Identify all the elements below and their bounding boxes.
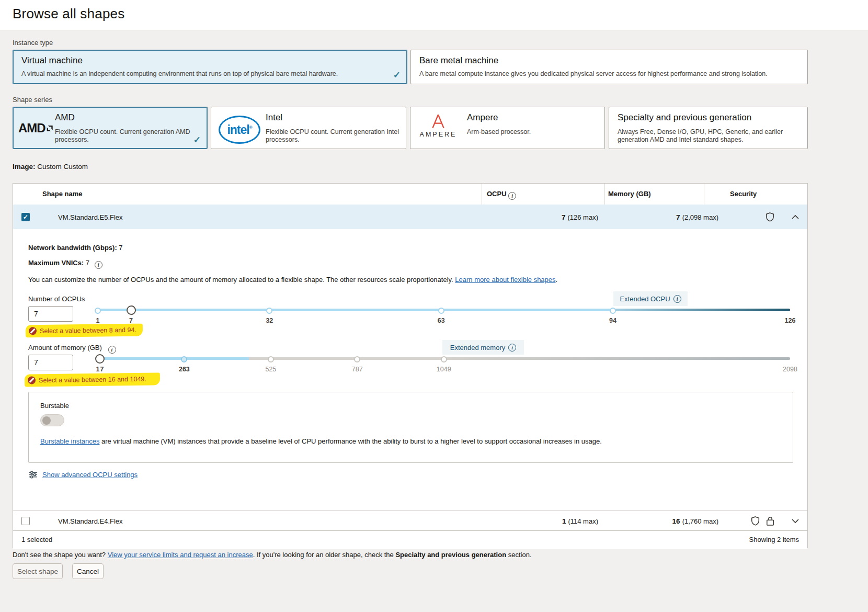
bottom-note: Don't see the shape you want? View your … [13, 551, 532, 559]
image-info: Image: Custom Custom [13, 163, 88, 171]
select-shape-button[interactable]: Select shape [13, 563, 63, 579]
card-description: Flexible OCPU count. Current generation … [266, 128, 401, 144]
memory-slider-handle[interactable] [95, 354, 105, 364]
shield-icon [766, 212, 774, 222]
tick-label: 525 [265, 366, 276, 373]
tick-label: 2098 [783, 366, 797, 373]
advanced-ocpu-settings[interactable]: Show advanced OCPU settings [28, 470, 138, 480]
image-label: Image: [13, 163, 36, 171]
browse-all-shapes-dialog: Browse all shapes Instance type Virtual … [0, 0, 868, 612]
maximum-vnics: Maximum VNICs: 7 i [28, 259, 102, 269]
dialog-header: Browse all shapes [0, 0, 868, 30]
slider-tick [95, 308, 101, 314]
network-bandwidth: Network bandwidth (Gbps): 7 [28, 244, 123, 252]
tick-label: 126 [785, 317, 796, 324]
chevron-up-icon[interactable] [792, 214, 799, 219]
ocpu-input[interactable] [28, 306, 73, 322]
slider-tick [181, 356, 187, 362]
memory-info-icon[interactable]: i [108, 346, 116, 354]
memory-cell: 7(2,098 max) [676, 213, 718, 221]
tick-label: 32 [266, 317, 273, 324]
ocpu-error-message: Select a value between 8 and 94. [26, 324, 143, 338]
shape-series-card-amd[interactable]: AMD AMD Flexible OCPU count. Current gen… [13, 107, 208, 149]
column-shape-name: Shape name [42, 190, 83, 198]
table-footer: 1 selected Showing 2 items [13, 530, 807, 549]
row-checkbox-checked[interactable]: ✓ [21, 213, 30, 221]
memory-input[interactable] [28, 355, 73, 370]
image-value: Custom Custom [37, 163, 88, 171]
shape-series-card-ampere[interactable]: AMPERE Ampere Arm-based processor. [410, 107, 605, 149]
ocpu-cell: 1(114 max) [562, 517, 598, 525]
slider-tick [354, 356, 360, 362]
page-title: Browse all shapes [13, 6, 124, 22]
card-title: Bare metal machine [419, 55, 498, 66]
selected-check-icon: ✓ [193, 134, 201, 145]
row-checkbox-unchecked[interactable] [21, 517, 30, 525]
tick-label: 1 [96, 366, 100, 373]
ocpu-slider[interactable]: 1 7 32 63 94 126 [98, 309, 790, 312]
card-title: Specialty and previous generation [618, 112, 751, 123]
advanced-ocpu-settings-link[interactable]: Show advanced OCPU settings [42, 471, 138, 479]
ocpu-slider-handle[interactable] [127, 305, 136, 315]
memory-slider[interactable]: 1 7 263 525 787 1049 2098 [98, 357, 790, 360]
ocpu-info-icon[interactable]: i [508, 192, 516, 200]
tune-icon [28, 470, 38, 480]
card-title: Virtual machine [21, 55, 83, 66]
column-ocpu: OCPU i [487, 190, 516, 200]
column-security: Security [730, 190, 757, 198]
vnics-info-icon[interactable]: i [95, 261, 102, 269]
tick-label: 263 [179, 366, 190, 373]
intel-logo-icon: intel® [219, 116, 260, 144]
extended-ocpu-info-icon[interactable]: i [673, 295, 681, 303]
burstable-section: Burstable Burstable instances are virtua… [28, 392, 793, 463]
flexible-shapes-link[interactable]: Learn more about flexible shapes [455, 276, 555, 284]
shape-series-card-intel[interactable]: intel® Intel Flexible OCPU count. Curren… [211, 107, 406, 149]
table-row-e5-flex[interactable]: ✓ VM.Standard.E5.Flex 7(126 max) 7(2,098… [13, 205, 807, 229]
burstable-title: Burstable [40, 402, 69, 410]
instance-type-card-bare-metal[interactable]: Bare metal machine A bare metal compute … [410, 50, 808, 84]
shield-icon [751, 516, 760, 526]
extended-ocpu-label: Extended OCPU i [613, 291, 688, 306]
tick-label: 63 [438, 317, 445, 324]
instance-type-card-virtual-machine[interactable]: Virtual machine A virtual machine is an … [13, 50, 407, 84]
slider-tick [266, 308, 272, 314]
ampere-logo-icon: AMPERE [418, 112, 459, 138]
extended-memory-label: Extended memory i [442, 340, 524, 355]
card-description: Flexible OCPU count. Current generation … [55, 128, 202, 144]
card-description: A virtual machine is an independent comp… [21, 70, 399, 78]
burstable-toggle[interactable] [40, 414, 64, 426]
slider-tick [441, 356, 447, 362]
selected-check-icon: ✓ [393, 70, 401, 81]
slider-tick [438, 308, 444, 314]
security-icons [751, 516, 774, 526]
ocpu-label: Number of OCPUs [28, 295, 85, 303]
instance-type-label: Instance type [13, 39, 53, 47]
flex-shape-description: You can customize the number of OCPUs an… [28, 276, 557, 284]
burstable-description: Burstable instances are virtual machine … [40, 437, 780, 446]
chevron-down-icon[interactable] [792, 518, 799, 523]
card-title: Ampere [467, 112, 498, 123]
security-icons [766, 212, 774, 222]
slider-tick [268, 356, 274, 362]
memory-label: Amount of memory (GB) i [28, 344, 116, 354]
table-row-e4-flex[interactable]: VM.Standard.E4.Flex 1(114 max) 16(1,760 … [13, 511, 807, 530]
slider-tick [610, 308, 616, 314]
card-description: Always Free, Dense I/O, GPU, HPC, Generi… [618, 128, 802, 144]
cancel-button[interactable]: Cancel [72, 563, 104, 579]
column-memory: Memory (GB) [608, 190, 651, 198]
selected-count: 1 selected [21, 536, 52, 543]
service-limits-link[interactable]: View your service limits and request an … [108, 551, 253, 559]
shape-series-card-specialty[interactable]: Specialty and previous generation Always… [609, 107, 808, 149]
shapes-table: Shape name OCPU i Memory (GB) Security ✓… [13, 183, 808, 548]
shape-name: VM.Standard.E4.Flex [58, 517, 123, 525]
shape-name: VM.Standard.E5.Flex [58, 213, 123, 221]
showing-count: Showing 2 items [749, 536, 799, 543]
shape-series-label: Shape series [13, 96, 52, 104]
tick-label: 787 [352, 366, 363, 373]
card-description: Arm-based processor. [467, 128, 599, 136]
tick-label: 1 [96, 317, 100, 324]
extended-memory-info-icon[interactable]: i [508, 344, 516, 352]
lock-icon [766, 516, 774, 526]
burstable-instances-link[interactable]: Burstable instances [40, 437, 99, 445]
e5-flex-detail-panel: Network bandwidth (Gbps): 7 Maximum VNIC… [13, 229, 807, 511]
